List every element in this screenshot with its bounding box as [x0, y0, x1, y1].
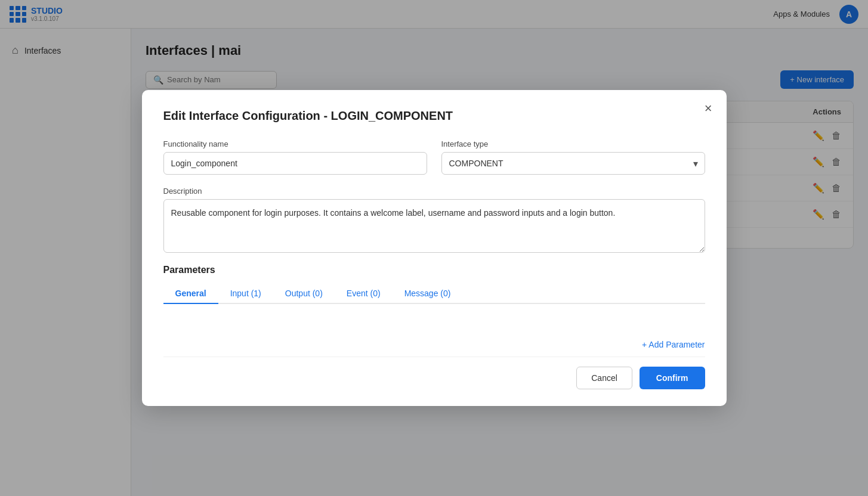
modal-overlay: × Edit Interface Configuration - LOGIN_C… [0, 0, 868, 496]
parameters-label: Parameters [163, 265, 705, 275]
description-label: Description [163, 187, 705, 196]
tab-general[interactable]: General [163, 284, 218, 304]
tab-input[interactable]: Input (1) [218, 284, 273, 304]
add-parameter-row: + Add Parameter [163, 340, 705, 349]
tabs-row: General Input (1) Output (0) Event (0) M… [163, 284, 705, 304]
tab-message[interactable]: Message (0) [393, 284, 463, 304]
description-group: Description Reusable component for login… [163, 187, 705, 253]
description-textarea[interactable]: Reusable component for login purposes. I… [163, 199, 705, 253]
add-parameter-button[interactable]: + Add Parameter [642, 340, 705, 349]
interface-type-select-wrap: COMPONENT PAGE DIALOG ▾ [441, 152, 705, 175]
modal-close-button[interactable]: × [705, 102, 712, 115]
form-row-top: Functionality name Interface type COMPON… [163, 140, 705, 175]
interface-type-label: Interface type [441, 140, 705, 148]
confirm-button[interactable]: Confirm [640, 367, 705, 389]
interface-type-group: Interface type COMPONENT PAGE DIALOG ▾ [441, 140, 705, 175]
tab-output[interactable]: Output (0) [273, 284, 335, 304]
tab-event[interactable]: Event (0) [335, 284, 393, 304]
functionality-name-group: Functionality name [163, 140, 427, 175]
cancel-button[interactable]: Cancel [576, 367, 632, 389]
modal-footer: Cancel Confirm [163, 356, 705, 389]
interface-type-select[interactable]: COMPONENT PAGE DIALOG [441, 152, 705, 175]
modal-title: Edit Interface Configuration - LOGIN_COM… [163, 109, 705, 123]
functionality-name-label: Functionality name [163, 140, 427, 148]
functionality-name-input[interactable] [163, 152, 427, 175]
modal: × Edit Interface Configuration - LOGIN_C… [142, 90, 727, 406]
